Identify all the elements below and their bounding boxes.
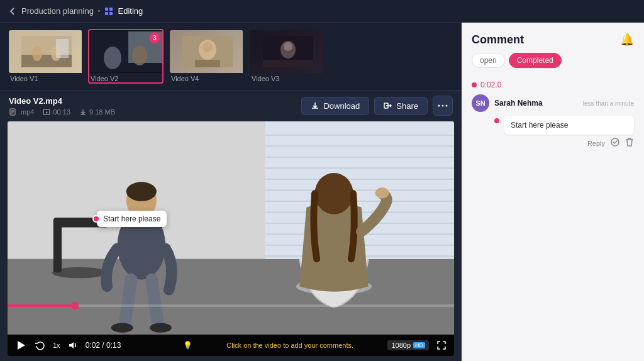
comment-user-row: SN Sarah Nehma less than a minute <box>472 94 634 112</box>
meta-format-text: .mp4 <box>19 108 34 116</box>
progress-fill <box>8 304 75 307</box>
meta-size-text: 9.18 MB <box>89 108 115 116</box>
comment-item: SN Sarah Nehma less than a minute Start … <box>462 92 644 154</box>
speed-button[interactable]: 1x <box>53 342 60 349</box>
time-sep: / <box>102 341 106 350</box>
svg-point-53 <box>375 187 389 198</box>
loop-button[interactable] <box>34 339 47 352</box>
current-page: Editing <box>104 6 143 16</box>
nav-separator: • <box>97 6 101 16</box>
check-button[interactable] <box>610 137 620 149</box>
fullscreen-button[interactable] <box>435 339 448 352</box>
comment-actions: Reply <box>494 135 634 149</box>
thumbnail-strip: Video V1 3 Video V2 <box>0 23 462 91</box>
quality-button[interactable]: 1080p HD <box>387 340 429 350</box>
video-frame[interactable]: Start here please <box>8 121 454 335</box>
video-meta: .mp4 00:13 9.18 MB <box>9 108 115 116</box>
back-label: Production planning <box>21 6 94 16</box>
timestamp-value: 0:02.0 <box>480 81 501 89</box>
meta-duration-text: 00:13 <box>53 108 70 116</box>
comment-dot-indicator <box>494 118 499 123</box>
comment-panel: Comment 🔔 open Completed 0:02.0 SN Sarah… <box>462 23 644 361</box>
comment-hint-icon: 💡 <box>183 341 192 350</box>
notification-bell[interactable]: 🔔 <box>620 33 634 47</box>
comment-timestamp-row: 0:02.0 <box>462 75 644 92</box>
current-time: 0:02 <box>86 341 100 350</box>
video-info-left: Video V2.mp4 .mp4 00:13 9.18 MB <box>9 96 115 116</box>
reply-button[interactable]: Reply <box>587 140 605 147</box>
thumbnail-video-v4[interactable]: Video V4 <box>169 29 244 84</box>
thumbnail-video-v1[interactable]: Video V1 <box>8 29 83 84</box>
video-info-bar: Video V2.mp4 .mp4 00:13 9.18 MB <box>0 91 462 121</box>
svg-rect-20 <box>263 60 313 67</box>
thumb-image-v3 <box>250 30 325 73</box>
tab-open-label: open <box>480 56 497 65</box>
comment-hint: Click on the video to add your comments. <box>199 342 382 349</box>
svg-point-11 <box>104 47 121 69</box>
tooltip-text: Start here please <box>103 214 160 223</box>
svg-point-52 <box>314 173 353 214</box>
tab-open[interactable]: open <box>472 53 505 68</box>
comment-tabs: open Completed <box>462 53 644 75</box>
svg-point-15 <box>203 42 213 52</box>
meta-duration: 00:13 <box>43 108 70 116</box>
comment-marker[interactable] <box>92 215 100 223</box>
current-label: Editing <box>118 6 143 16</box>
video-player[interactable]: Start here please 1x <box>8 121 454 356</box>
svg-point-50 <box>150 323 172 332</box>
svg-rect-16 <box>195 60 220 67</box>
meta-format: .mp4 <box>9 108 34 116</box>
svg-point-24 <box>438 105 440 107</box>
user-avatar: SN <box>472 94 489 112</box>
thumb-badge-v2: 3 <box>149 32 160 43</box>
video-title: Video V2.mp4 <box>9 96 115 106</box>
video-comment-tooltip: Start here please <box>97 211 167 227</box>
svg-rect-1 <box>109 8 113 11</box>
main-area: Video V1 3 Video V2 <box>0 23 644 361</box>
svg-point-12 <box>132 45 147 65</box>
progress-thumb[interactable] <box>71 302 79 309</box>
more-button[interactable] <box>433 96 453 116</box>
thumbnail-video-v2[interactable]: 3 Video V2 <box>88 29 164 84</box>
quality-badge: HD <box>413 342 425 348</box>
comment-text: Start here please <box>504 116 634 135</box>
comment-bubble-row: Start here please <box>494 116 634 135</box>
top-nav: Production planning • Editing <box>0 0 644 23</box>
share-label: Share <box>396 101 418 111</box>
time-display: 0:02 / 0:13 <box>86 341 177 350</box>
thumb-image-v4 <box>170 30 244 73</box>
svg-rect-8 <box>56 39 69 58</box>
video-controls: 1x 0:02 / 0:13 💡 Click on the video to a… <box>8 335 454 356</box>
download-label: Download <box>323 101 360 111</box>
thumb-image-v1 <box>9 30 83 73</box>
svg-rect-0 <box>105 8 108 11</box>
video-area: Video V1 3 Video V2 <box>0 23 462 361</box>
total-time: 0:13 <box>106 341 121 350</box>
volume-button[interactable] <box>67 339 79 352</box>
thumb-label-v2: Video V2 <box>89 73 162 82</box>
reply-label: Reply <box>587 140 605 147</box>
delete-button[interactable] <box>625 137 634 149</box>
svg-point-48 <box>126 182 157 201</box>
svg-point-6 <box>32 46 42 61</box>
thumb-label-v1: Video V1 <box>9 73 82 82</box>
svg-rect-3 <box>109 12 113 15</box>
timestamp-indicator <box>472 82 477 87</box>
back-button[interactable]: Production planning <box>8 6 94 16</box>
play-button[interactable] <box>14 338 28 352</box>
thumb-label-v4: Video V4 <box>170 73 243 82</box>
svg-point-19 <box>284 42 292 51</box>
meta-size: 9.18 MB <box>79 108 115 116</box>
svg-point-25 <box>442 105 444 107</box>
speed-label: 1x <box>53 342 60 349</box>
tab-completed[interactable]: Completed <box>509 53 562 68</box>
thumbnail-video-v3[interactable]: Video V3 <box>249 29 325 84</box>
user-initials: SN <box>475 99 485 107</box>
comment-panel-title: Comment <box>472 33 524 47</box>
progress-bar[interactable] <box>8 304 454 307</box>
download-button[interactable]: Download <box>301 97 369 115</box>
svg-marker-54 <box>18 341 25 350</box>
comment-header: Comment 🔔 <box>462 23 644 53</box>
svg-rect-2 <box>105 12 108 15</box>
share-button[interactable]: Share <box>374 97 428 115</box>
